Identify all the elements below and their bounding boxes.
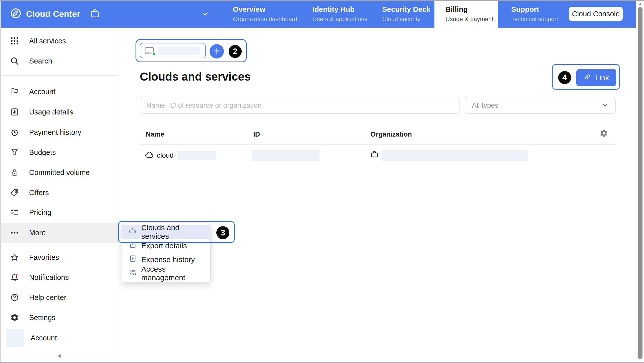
nav-tab-identity-hub[interactable]: Identity Hub Users & applications <box>301 0 378 28</box>
link-chain-icon <box>584 73 592 83</box>
nav-tab-billing[interactable]: Billing Usage & payment <box>434 0 498 28</box>
organization-briefcase-icon[interactable] <box>89 8 100 20</box>
nav-tab-overview[interactable]: Overview Organization dashboard <box>222 0 308 28</box>
question-circle-icon <box>10 292 20 302</box>
sidebar-item-help-center[interactable]: Help center <box>0 287 119 308</box>
people-icon <box>129 268 137 278</box>
cloud-center-logo-icon <box>10 8 22 20</box>
price-tag-icon <box>10 188 20 198</box>
brand[interactable]: Cloud Center <box>10 0 80 28</box>
clock-history-icon <box>10 127 20 137</box>
table-header-divider <box>140 144 616 145</box>
sidebar-item-usage-details[interactable]: Usage details <box>0 102 119 122</box>
cloud-name-prefix: cloud- <box>157 151 176 159</box>
sidebar-item-account-profile[interactable]: Account <box>0 328 119 348</box>
redacted-cloud-id <box>252 150 319 161</box>
org-switcher-chevron-down-icon[interactable] <box>201 10 209 19</box>
sidebar-item-notifications[interactable]: Notifications <box>0 267 119 287</box>
funnel-icon <box>10 147 20 157</box>
redacted-payment-value <box>158 47 200 55</box>
column-header-organization[interactable]: Organization <box>370 131 412 138</box>
sidebar-item-committed-volume[interactable]: Committed volume <box>0 162 119 183</box>
export-icon <box>129 241 137 251</box>
top-header: Cloud Center Overview Organization dashb… <box>0 0 636 28</box>
annotation-marker-4: 4 <box>558 71 571 84</box>
sidebar-item-offers[interactable]: Offers <box>0 183 119 203</box>
sidebar-item-search[interactable]: Search <box>0 51 119 71</box>
column-header-name[interactable]: Name <box>146 131 164 138</box>
collapse-left-arrow-icon <box>56 353 63 360</box>
more-context-menu: Clouds and services Export details Expen… <box>122 223 210 282</box>
menu-item-access-management[interactable]: Access management <box>122 266 210 280</box>
cloud-icon <box>145 150 154 161</box>
chevron-down-icon <box>601 101 609 110</box>
briefcase-icon <box>370 150 379 160</box>
sidebar-item-settings[interactable]: Settings <box>0 308 119 328</box>
annotation-box-4: 4 Link <box>552 64 620 90</box>
sidebar-item-favorites[interactable]: Favorites <box>0 247 119 267</box>
document-download-icon <box>129 255 137 264</box>
plus-icon <box>213 47 221 56</box>
scroll-up-arrow-icon[interactable] <box>638 2 642 6</box>
cloud-console-button[interactable]: Cloud Console <box>569 7 623 21</box>
redacted-cloud-name <box>177 151 216 160</box>
brand-name: Cloud Center <box>26 9 80 19</box>
status-green-dot <box>152 52 156 56</box>
add-payment-button[interactable] <box>210 44 224 58</box>
app-window: Cloud Center Overview Organization dashb… <box>0 0 644 363</box>
nav-tab-security-deck[interactable]: Security Deck Cloud security <box>371 0 441 28</box>
link-cloud-button[interactable]: Link <box>576 69 616 86</box>
checklist-icon <box>10 207 20 217</box>
cloud-icon <box>129 227 137 237</box>
annotation-marker-3: 3 <box>216 226 229 239</box>
grid-icon <box>10 36 20 46</box>
resource-search-input[interactable] <box>140 97 460 114</box>
column-header-id[interactable]: ID <box>253 131 260 138</box>
nav-tab-support[interactable]: Support Technical support <box>500 0 569 28</box>
redacted-organization-name <box>382 150 528 161</box>
gear-icon <box>10 313 20 323</box>
sidebar-item-account[interactable]: Account <box>0 82 119 102</box>
type-filter-select[interactable]: All types <box>465 97 616 114</box>
credit-card-icon <box>144 46 155 55</box>
star-icon <box>10 252 20 262</box>
avatar <box>6 329 24 347</box>
search-icon <box>10 56 20 66</box>
sidebar-item-pricing[interactable]: Pricing <box>0 202 119 222</box>
annotation-marker-2: 2 <box>229 45 242 58</box>
type-filter-value: All types <box>472 101 601 109</box>
sidebar: All services Search Account <box>0 28 119 363</box>
flag-icon <box>10 87 20 97</box>
lock-icon <box>10 167 20 177</box>
payment-method-widget[interactable] <box>140 43 206 58</box>
sidebar-item-all-services[interactable]: All services <box>0 31 119 51</box>
bar-chart-icon <box>10 107 20 117</box>
menu-item-clouds-and-services[interactable]: Clouds and services <box>122 225 210 239</box>
sidebar-collapse-button[interactable] <box>0 351 119 361</box>
menu-item-expense-history[interactable]: Expense history <box>122 253 210 266</box>
sidebar-item-budgets[interactable]: Budgets <box>0 142 119 162</box>
bell-icon <box>10 272 20 282</box>
menu-item-export-details[interactable]: Export details <box>122 239 210 253</box>
annotation-box-2: 2 <box>136 39 247 62</box>
page-title: Clouds and services <box>140 70 251 83</box>
sidebar-item-more[interactable]: More <box>0 223 119 243</box>
table-settings-gear-icon[interactable] <box>598 128 609 139</box>
scrollbar-thumb[interactable] <box>638 7 642 359</box>
sidebar-item-payment-history[interactable]: Payment history <box>0 122 119 142</box>
sidebar-divider <box>0 75 119 76</box>
ellipsis-icon <box>10 228 20 238</box>
vertical-scrollbar <box>636 0 644 363</box>
